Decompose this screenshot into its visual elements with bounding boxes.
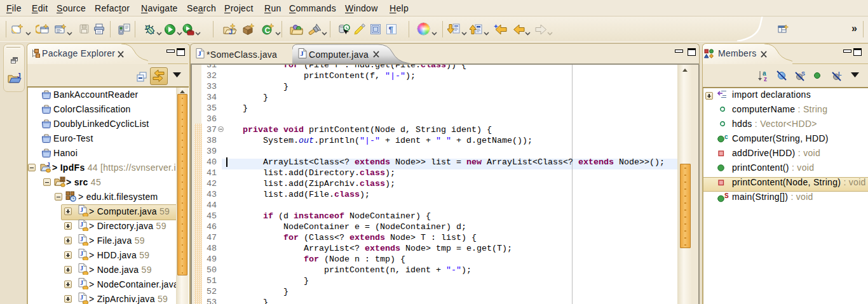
svg-text:L: L xyxy=(838,70,842,77)
svg-text:J: J xyxy=(47,162,50,168)
svg-text:J: J xyxy=(229,28,233,36)
svg-text:C: C xyxy=(265,26,271,35)
svg-text:J: J xyxy=(80,235,83,242)
svg-text:S: S xyxy=(801,70,805,77)
svg-text:¶: ¶ xyxy=(389,25,393,34)
svg-text:J: J xyxy=(17,73,21,79)
svg-text:z: z xyxy=(764,76,767,82)
svg-text:J: J xyxy=(80,221,83,228)
svg-text:J: J xyxy=(80,279,83,286)
svg-text:J: J xyxy=(80,294,83,301)
svg-text:c: c xyxy=(724,134,728,140)
svg-text:S: S xyxy=(724,192,729,199)
svg-text:J: J xyxy=(300,50,304,57)
svg-text:J: J xyxy=(80,250,83,257)
svg-text:J: J xyxy=(198,50,201,57)
svg-text:J: J xyxy=(80,265,83,272)
svg-text:J: J xyxy=(80,206,83,213)
